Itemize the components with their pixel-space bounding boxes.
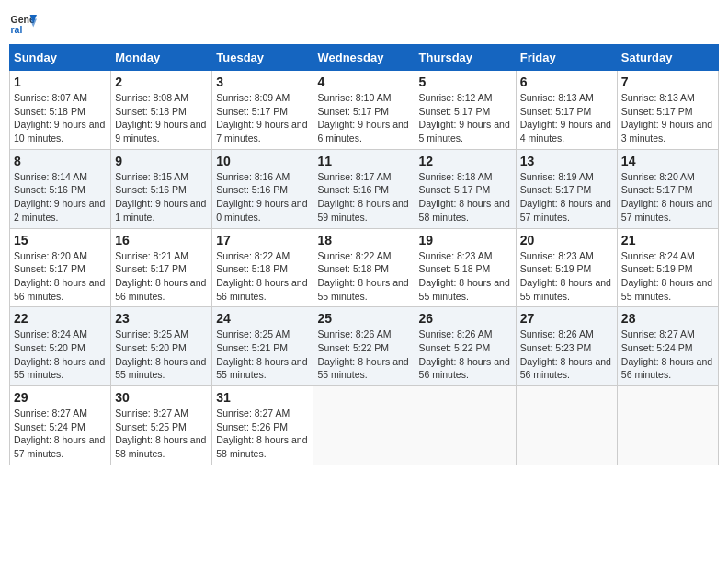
day-number: 20 <box>520 233 613 247</box>
calendar-day-cell: 18Sunrise: 8:22 AM Sunset: 5:18 PM Dayli… <box>313 228 415 307</box>
weekday-header-cell: Sunday <box>10 45 111 71</box>
calendar-day-cell: 27Sunrise: 8:26 AM Sunset: 5:23 PM Dayli… <box>516 307 617 386</box>
day-info: Sunrise: 8:10 AM Sunset: 5:17 PM Dayligh… <box>317 91 410 145</box>
logo-icon: Gene ral <box>9 9 37 37</box>
day-info: Sunrise: 8:21 AM Sunset: 5:17 PM Dayligh… <box>115 249 208 304</box>
calendar-day-cell: 13Sunrise: 8:19 AM Sunset: 5:17 PM Dayli… <box>516 149 617 228</box>
day-number: 17 <box>216 233 309 247</box>
day-info: Sunrise: 8:22 AM Sunset: 5:18 PM Dayligh… <box>216 249 309 304</box>
calendar-day-cell: 23Sunrise: 8:25 AM Sunset: 5:20 PM Dayli… <box>111 307 212 386</box>
calendar-day-cell: 16Sunrise: 8:21 AM Sunset: 5:17 PM Dayli… <box>111 228 212 307</box>
day-number: 29 <box>14 390 107 405</box>
day-number: 4 <box>317 75 410 89</box>
day-number: 24 <box>216 311 309 326</box>
day-info: Sunrise: 8:09 AM Sunset: 5:17 PM Dayligh… <box>216 91 309 145</box>
calendar-day-cell <box>415 386 516 465</box>
day-number: 16 <box>115 233 208 247</box>
calendar-day-cell: 26Sunrise: 8:26 AM Sunset: 5:22 PM Dayli… <box>415 307 516 386</box>
weekday-header-cell: Friday <box>516 45 617 71</box>
day-number: 21 <box>621 233 714 247</box>
svg-text:ral: ral <box>11 24 23 35</box>
day-info: Sunrise: 8:24 AM Sunset: 5:20 PM Dayligh… <box>14 327 107 382</box>
calendar-day-cell: 21Sunrise: 8:24 AM Sunset: 5:19 PM Dayli… <box>617 228 718 307</box>
day-info: Sunrise: 8:26 AM Sunset: 5:23 PM Dayligh… <box>520 327 613 382</box>
day-info: Sunrise: 8:14 AM Sunset: 5:16 PM Dayligh… <box>14 170 107 224</box>
day-number: 15 <box>14 233 107 247</box>
day-info: Sunrise: 8:17 AM Sunset: 5:16 PM Dayligh… <box>317 170 410 224</box>
calendar-day-cell: 12Sunrise: 8:18 AM Sunset: 5:17 PM Dayli… <box>415 149 516 228</box>
day-number: 25 <box>317 311 410 326</box>
calendar-day-cell: 4Sunrise: 8:10 AM Sunset: 5:17 PM Daylig… <box>313 71 415 150</box>
day-info: Sunrise: 8:13 AM Sunset: 5:17 PM Dayligh… <box>520 91 613 145</box>
day-info: Sunrise: 8:23 AM Sunset: 5:18 PM Dayligh… <box>419 249 512 304</box>
day-number: 3 <box>216 75 309 89</box>
day-number: 9 <box>115 154 208 168</box>
day-number: 7 <box>621 75 714 89</box>
day-info: Sunrise: 8:07 AM Sunset: 5:18 PM Dayligh… <box>14 91 107 145</box>
calendar-day-cell: 2Sunrise: 8:08 AM Sunset: 5:18 PM Daylig… <box>111 71 212 150</box>
calendar-day-cell <box>617 386 718 465</box>
day-number: 19 <box>419 233 512 247</box>
day-info: Sunrise: 8:20 AM Sunset: 5:17 PM Dayligh… <box>14 249 107 304</box>
calendar-day-cell: 20Sunrise: 8:23 AM Sunset: 5:19 PM Dayli… <box>516 228 617 307</box>
day-number: 6 <box>520 75 613 89</box>
calendar-day-cell: 8Sunrise: 8:14 AM Sunset: 5:16 PM Daylig… <box>10 149 111 228</box>
calendar-day-cell: 24Sunrise: 8:25 AM Sunset: 5:21 PM Dayli… <box>212 307 313 386</box>
calendar-table: SundayMondayTuesdayWednesdayThursdayFrid… <box>9 44 719 465</box>
calendar-week-row: 1Sunrise: 8:07 AM Sunset: 5:18 PM Daylig… <box>10 71 719 150</box>
calendar-day-cell: 29Sunrise: 8:27 AM Sunset: 5:24 PM Dayli… <box>10 386 111 465</box>
day-number: 26 <box>419 311 512 326</box>
calendar-week-row: 15Sunrise: 8:20 AM Sunset: 5:17 PM Dayli… <box>10 228 719 307</box>
calendar-day-cell: 22Sunrise: 8:24 AM Sunset: 5:20 PM Dayli… <box>10 307 111 386</box>
calendar-day-cell: 30Sunrise: 8:27 AM Sunset: 5:25 PM Dayli… <box>111 386 212 465</box>
day-info: Sunrise: 8:23 AM Sunset: 5:19 PM Dayligh… <box>520 249 613 304</box>
day-number: 14 <box>621 154 714 168</box>
calendar-body: 1Sunrise: 8:07 AM Sunset: 5:18 PM Daylig… <box>10 71 719 465</box>
day-info: Sunrise: 8:27 AM Sunset: 5:24 PM Dayligh… <box>14 407 107 461</box>
day-number: 11 <box>317 154 410 168</box>
weekday-header-cell: Monday <box>111 45 212 71</box>
calendar-day-cell: 11Sunrise: 8:17 AM Sunset: 5:16 PM Dayli… <box>313 149 415 228</box>
calendar-day-cell: 28Sunrise: 8:27 AM Sunset: 5:24 PM Dayli… <box>617 307 718 386</box>
calendar-week-row: 29Sunrise: 8:27 AM Sunset: 5:24 PM Dayli… <box>10 386 719 465</box>
day-number: 8 <box>14 154 107 168</box>
day-info: Sunrise: 8:15 AM Sunset: 5:16 PM Dayligh… <box>115 170 208 224</box>
calendar-day-cell: 25Sunrise: 8:26 AM Sunset: 5:22 PM Dayli… <box>313 307 415 386</box>
weekday-header-cell: Wednesday <box>313 45 415 71</box>
calendar-day-cell: 3Sunrise: 8:09 AM Sunset: 5:17 PM Daylig… <box>212 71 313 150</box>
calendar-day-cell: 15Sunrise: 8:20 AM Sunset: 5:17 PM Dayli… <box>10 228 111 307</box>
day-number: 2 <box>115 75 208 89</box>
calendar-day-cell: 10Sunrise: 8:16 AM Sunset: 5:16 PM Dayli… <box>212 149 313 228</box>
calendar-day-cell <box>516 386 617 465</box>
day-info: Sunrise: 8:12 AM Sunset: 5:17 PM Dayligh… <box>419 91 512 145</box>
day-number: 5 <box>419 75 512 89</box>
weekday-header-cell: Thursday <box>415 45 516 71</box>
day-info: Sunrise: 8:08 AM Sunset: 5:18 PM Dayligh… <box>115 91 208 145</box>
weekday-header-row: SundayMondayTuesdayWednesdayThursdayFrid… <box>10 45 719 71</box>
day-number: 30 <box>115 390 208 405</box>
calendar-week-row: 22Sunrise: 8:24 AM Sunset: 5:20 PM Dayli… <box>10 307 719 386</box>
day-number: 12 <box>419 154 512 168</box>
day-number: 28 <box>621 311 714 326</box>
calendar-day-cell <box>313 386 415 465</box>
day-number: 31 <box>216 390 309 405</box>
day-number: 23 <box>115 311 208 326</box>
calendar-day-cell: 9Sunrise: 8:15 AM Sunset: 5:16 PM Daylig… <box>111 149 212 228</box>
day-number: 10 <box>216 154 309 168</box>
day-info: Sunrise: 8:20 AM Sunset: 5:17 PM Dayligh… <box>621 170 714 224</box>
calendar-day-cell: 5Sunrise: 8:12 AM Sunset: 5:17 PM Daylig… <box>415 71 516 150</box>
day-info: Sunrise: 8:27 AM Sunset: 5:24 PM Dayligh… <box>621 327 714 382</box>
day-info: Sunrise: 8:27 AM Sunset: 5:26 PM Dayligh… <box>216 407 309 461</box>
day-number: 18 <box>317 233 410 247</box>
day-info: Sunrise: 8:22 AM Sunset: 5:18 PM Dayligh… <box>317 249 410 304</box>
calendar-day-cell: 14Sunrise: 8:20 AM Sunset: 5:17 PM Dayli… <box>617 149 718 228</box>
calendar-day-cell: 19Sunrise: 8:23 AM Sunset: 5:18 PM Dayli… <box>415 228 516 307</box>
day-info: Sunrise: 8:26 AM Sunset: 5:22 PM Dayligh… <box>419 327 512 382</box>
logo: Gene ral <box>9 9 40 37</box>
day-info: Sunrise: 8:18 AM Sunset: 5:17 PM Dayligh… <box>419 170 512 224</box>
header: Gene ral <box>9 9 719 37</box>
calendar-day-cell: 17Sunrise: 8:22 AM Sunset: 5:18 PM Dayli… <box>212 228 313 307</box>
day-info: Sunrise: 8:16 AM Sunset: 5:16 PM Dayligh… <box>216 170 309 224</box>
day-number: 22 <box>14 311 107 326</box>
calendar-day-cell: 6Sunrise: 8:13 AM Sunset: 5:17 PM Daylig… <box>516 71 617 150</box>
